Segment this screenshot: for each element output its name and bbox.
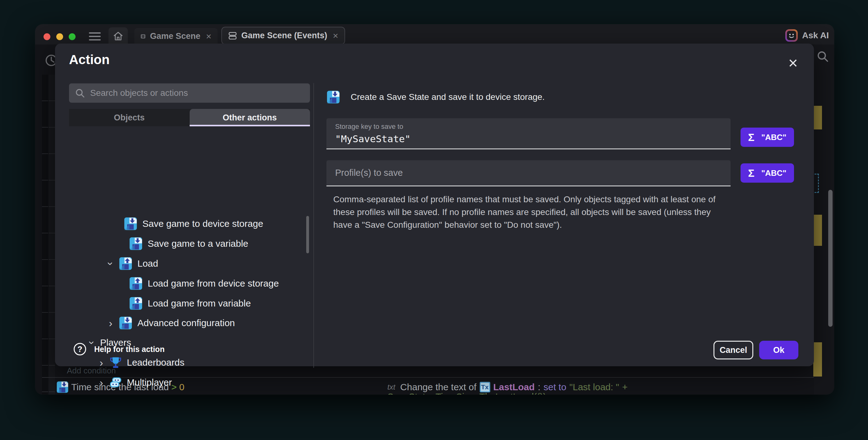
tab-game-scene-events[interactable]: Game Scene (Events) × [221, 27, 345, 45]
instruction-list: Save game to device storage Save game to… [69, 126, 310, 330]
maximize-window-button[interactable] [69, 33, 75, 40]
dialog-title: Action [69, 52, 110, 67]
list-item-save-game-device[interactable]: Save game to device storage [114, 214, 263, 233]
list-item-label: Multiplayer [127, 377, 172, 388]
save-icon [119, 316, 132, 330]
list-item-label: Save game to device storage [143, 218, 263, 229]
events-sheet-margin-column [49, 75, 55, 394]
save-icon [129, 237, 143, 251]
list-item-label: Load [137, 258, 158, 269]
events-icon [228, 30, 237, 41]
list-item-label: Leaderboards [127, 357, 184, 368]
event-block-fragment [813, 342, 822, 377]
field-label: Storage key to save to [335, 123, 722, 131]
chevron-right-icon: › [98, 377, 104, 389]
expression-builder-button[interactable]: Σ "ABC" [741, 164, 794, 183]
tab-home[interactable] [108, 27, 128, 45]
list-item-load-game-variable[interactable]: Load game from variable [129, 294, 251, 313]
selector-tabs: Objects Other actions [69, 109, 310, 126]
list-item-label: Save game to a variable [148, 238, 248, 249]
condition-operator: > [171, 382, 177, 392]
field-help-text: Comma-separated list of profile names th… [333, 193, 731, 231]
event-block-fragment [813, 106, 822, 129]
action-set-to: set to [544, 382, 566, 392]
list-item-label: Load game from variable [148, 298, 251, 309]
tab-game-scene[interactable]: Game Scene × [134, 28, 218, 45]
sigma-icon: Σ [748, 131, 754, 143]
list-item-load-game-device[interactable]: Load game from device storage [129, 274, 279, 293]
list-group-leaderboards[interactable]: › Leaderboards [98, 353, 184, 372]
help-label: Help for this action [94, 345, 164, 354]
field-label: Profile(s) to save [335, 168, 403, 178]
save-icon [56, 381, 69, 393]
truncated-expression-line: SaveState::TimeSinceTheLastLoad(()) [388, 391, 546, 394]
list-item-label: Load game from device storage [148, 278, 279, 289]
chevron-right-icon: › [98, 357, 104, 369]
search-icon [74, 88, 85, 98]
detail-header: Create a Save State and save it to devic… [327, 90, 545, 104]
tab-other-actions[interactable]: Other actions [190, 109, 310, 126]
list-group-player-authentication[interactable]: › Player Authentication [98, 393, 215, 394]
list-group-advanced-configuration[interactable]: › Advanced configuration [107, 313, 235, 333]
scene-icon [141, 31, 146, 41]
titlebar: Game Scene × Game Scene (Events) × Ask A… [35, 24, 834, 45]
close-tab-icon[interactable]: × [333, 31, 338, 40]
events-scrollbar[interactable] [828, 190, 833, 327]
load-icon [129, 276, 143, 290]
action-string-literal: "Last load: " [569, 382, 619, 392]
text-action-icon: txt [388, 383, 395, 391]
search-box[interactable] [69, 83, 310, 103]
storage-key-field[interactable]: Storage key to save to [327, 118, 731, 149]
profiles-field[interactable]: Profile(s) to save [327, 160, 731, 186]
event-block-fragment [813, 215, 822, 246]
dialog-close-icon[interactable]: × [788, 55, 798, 71]
ask-ai-button[interactable]: Ask AI [785, 29, 829, 42]
smiley-face-icon [785, 29, 798, 42]
events-sheet-margin-column [42, 75, 48, 394]
list-group-multiplayer[interactable]: › Multiplayer [98, 373, 172, 392]
list-group-load[interactable]: › Load [107, 254, 158, 273]
load-icon [129, 297, 143, 310]
expression-builder-button[interactable]: Σ "ABC" [741, 127, 794, 147]
abc-label: "ABC" [762, 168, 786, 178]
close-tab-icon[interactable]: × [206, 32, 211, 41]
save-icon [327, 90, 340, 104]
condition-value: 0 [179, 382, 185, 392]
save-icon [124, 217, 137, 231]
abc-label: "ABC" [762, 133, 786, 142]
text-object-icon: Tx [480, 382, 490, 392]
chevron-down-icon: › [105, 260, 117, 267]
action-plus-operator: + [622, 382, 628, 392]
app-window: Game Scene × Game Scene (Events) × Ask A… [35, 24, 834, 394]
tab-label: Game Scene (Events) [241, 31, 327, 40]
close-window-button[interactable] [43, 33, 50, 40]
ask-ai-label: Ask AI [802, 30, 829, 40]
home-icon [112, 31, 124, 41]
trophy-icon [110, 356, 122, 369]
tab-objects[interactable]: Objects [69, 109, 190, 126]
question-mark-icon: ? [74, 343, 86, 355]
search-icon[interactable] [816, 50, 829, 63]
cancel-button[interactable]: Cancel [713, 341, 753, 359]
chevron-right-icon: › [107, 317, 114, 329]
minimize-window-button[interactable] [56, 33, 63, 40]
action-colon: : [538, 382, 540, 392]
menu-icon[interactable] [89, 32, 101, 40]
search-input[interactable] [90, 88, 304, 98]
action-prefix: Change the text of [400, 382, 476, 392]
list-item-label: Advanced configuration [137, 318, 235, 328]
action-description: Create a Save State and save it to devic… [351, 92, 545, 102]
load-icon [119, 257, 132, 270]
sigma-icon: Σ [748, 167, 754, 179]
action-dialog: Action × Objects Other actions Save game… [55, 43, 814, 366]
storage-key-input[interactable] [335, 133, 722, 144]
gamepad-icon [110, 376, 122, 389]
list-item-save-game-variable[interactable]: Save game to a variable [129, 234, 248, 253]
action-object-name: LastLoad [493, 382, 535, 392]
tab-label: Game Scene [150, 31, 200, 41]
list-scrollbar[interactable] [306, 216, 309, 253]
help-for-action-link[interactable]: ? Help for this action [74, 343, 164, 355]
ask-ai-robot-icon [785, 29, 798, 42]
ok-button[interactable]: Ok [759, 341, 798, 359]
panel-divider [313, 83, 314, 368]
